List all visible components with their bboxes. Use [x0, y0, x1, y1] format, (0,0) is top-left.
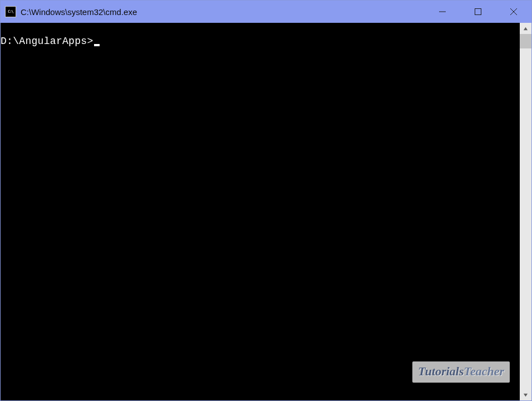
prompt-text: D:\AngularApps>	[1, 36, 93, 47]
watermark-text: TutorialsTeacher	[418, 364, 504, 378]
cmd-icon: C:\	[5, 6, 16, 17]
content-row: D:\AngularApps> TutorialsTeacher	[1, 23, 531, 400]
minimize-icon	[439, 8, 446, 15]
svg-rect-1	[475, 9, 481, 15]
cursor-icon	[94, 44, 100, 46]
watermark-prefix: Tutorials	[418, 364, 464, 378]
close-button[interactable]	[496, 1, 531, 23]
maximize-button[interactable]	[460, 1, 496, 23]
chevron-up-icon	[523, 26, 528, 31]
titlebar[interactable]: C:\ C:\Windows\system32\cmd.exe	[1, 1, 531, 23]
maximize-icon	[475, 8, 481, 15]
cmd-icon-glyph: C:\	[8, 10, 13, 14]
cmd-window: C:\ C:\Windows\system32\cmd.exe D:\Angul…	[0, 0, 532, 401]
close-icon	[510, 8, 517, 15]
scroll-thumb[interactable]	[520, 34, 531, 48]
minimize-button[interactable]	[425, 1, 460, 23]
scroll-down-button[interactable]	[520, 389, 531, 400]
prompt-line: D:\AngularApps>	[1, 36, 100, 47]
chevron-down-icon	[523, 393, 528, 398]
scroll-track[interactable]	[520, 34, 531, 389]
watermark-suffix: Teacher	[464, 364, 504, 378]
terminal-area[interactable]: D:\AngularApps> TutorialsTeacher	[1, 23, 520, 400]
window-title: C:\Windows\system32\cmd.exe	[21, 7, 425, 17]
scroll-up-button[interactable]	[520, 23, 531, 34]
vertical-scrollbar[interactable]	[520, 23, 531, 400]
window-controls	[425, 1, 531, 23]
watermark-badge: TutorialsTeacher	[412, 361, 510, 383]
